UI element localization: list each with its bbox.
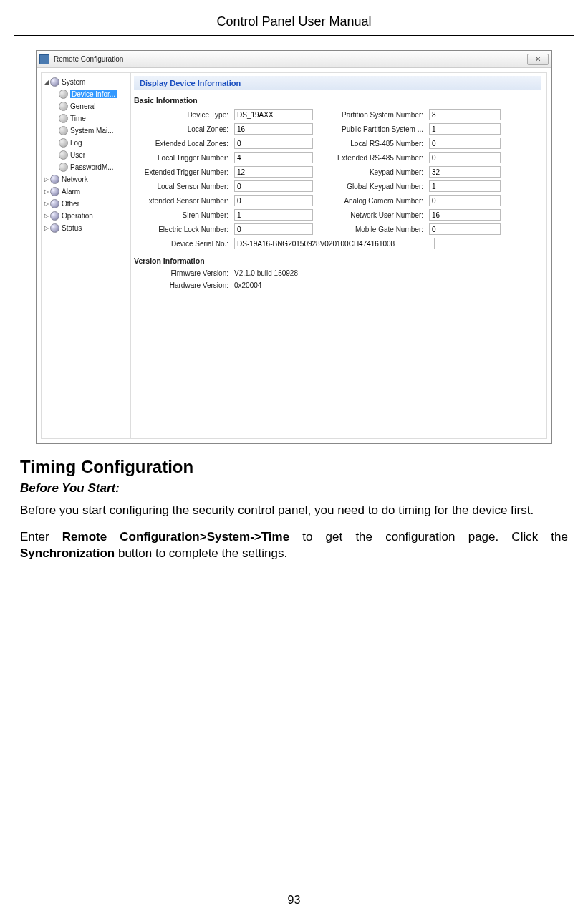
- expand-icon: ▷: [43, 188, 50, 195]
- label-pub-partition: Public Partition System ...: [317, 125, 425, 133]
- heading-before-start: Before You Start:: [20, 481, 568, 496]
- tree-node-user[interactable]: User: [43, 149, 129, 161]
- paragraph-1: Before you start configuring the securit…: [20, 503, 568, 519]
- input-ext-trigger[interactable]: [234, 166, 313, 178]
- expand-icon: ▷: [43, 201, 50, 207]
- globe-icon: [50, 175, 59, 184]
- gear-icon: [59, 138, 68, 148]
- input-ext-rs485[interactable]: [429, 152, 501, 163]
- text-fragment: Enter: [20, 530, 62, 544]
- window-titlebar: Remote Configuration ✕: [37, 51, 551, 68]
- collapse-icon: ◢: [43, 79, 50, 85]
- input-device-type[interactable]: [234, 109, 313, 120]
- input-local-trigger[interactable]: [234, 152, 313, 163]
- globe-icon: [50, 187, 59, 196]
- label-partition: Partition System Number:: [317, 111, 425, 119]
- paragraph-2: Enter Remote Configuration>System->Time …: [20, 529, 568, 562]
- tree-label: General: [70, 102, 96, 110]
- remote-config-window: Remote Configuration ✕ ◢ System Device I…: [36, 50, 552, 444]
- input-keypad[interactable]: [429, 166, 501, 178]
- app-icon: [39, 54, 49, 64]
- tree-label: Network: [62, 175, 88, 183]
- version-info-heading: Version Information: [134, 256, 541, 265]
- input-mobile-gate[interactable]: [429, 223, 501, 235]
- close-button[interactable]: ✕: [527, 54, 549, 65]
- window-body: ◢ System Device Infor... General Time Sy…: [37, 68, 551, 443]
- tree-label: PasswordM...: [70, 163, 114, 171]
- tree-node-time[interactable]: Time: [43, 112, 129, 125]
- version-info-grid: Firmware Version: V2.1.0 build 150928 Ha…: [137, 269, 541, 289]
- input-pub-partition[interactable]: [429, 123, 501, 135]
- label-local-trigger: Local Trigger Number:: [137, 154, 230, 162]
- label-siren: Siren Number:: [137, 211, 230, 219]
- label-local-sensor: Local Sensor Number:: [137, 183, 230, 191]
- label-ext-local-zones: Extended Local Zones:: [137, 140, 230, 148]
- tree-node-network[interactable]: ▷ Network: [43, 173, 129, 185]
- tree-label: Log: [70, 139, 82, 147]
- basic-info-grid: Device Type: Partition System Number: Lo…: [137, 109, 541, 235]
- gear-icon: [59, 102, 68, 111]
- tree-label: Status: [62, 224, 82, 232]
- tree-label: System: [62, 78, 85, 86]
- tree-label: Operation: [62, 212, 93, 220]
- label-firmware: Firmware Version:: [137, 269, 230, 277]
- tree-label: Other: [62, 200, 79, 208]
- tree-node-operation[interactable]: ▷ Operation: [43, 210, 129, 222]
- label-net-user: Network User Number:: [317, 211, 425, 219]
- gear-icon: [59, 114, 68, 123]
- page-header: Control Panel User Manual: [14, 0, 574, 36]
- nav-tree: ◢ System Device Infor... General Time Sy…: [41, 72, 131, 439]
- section-banner: Display Device Information: [134, 76, 541, 90]
- tree-node-other[interactable]: ▷ Other: [43, 198, 129, 210]
- input-serial[interactable]: [234, 238, 435, 249]
- expand-icon: ▷: [43, 213, 50, 219]
- tree-label: Time: [70, 115, 86, 122]
- tree-node-alarm[interactable]: ▷ Alarm: [43, 185, 129, 198]
- tree-node-general[interactable]: General: [43, 100, 129, 112]
- window-title: Remote Configuration: [54, 55, 123, 63]
- label-local-zones: Local Zones:: [137, 125, 230, 133]
- input-partition[interactable]: [429, 109, 501, 120]
- label-keypad: Keypad Number:: [317, 168, 425, 176]
- label-mobile-gate: Mobile Gate Number:: [317, 226, 425, 233]
- tree-node-system-maintenance[interactable]: System Mai...: [43, 125, 129, 137]
- label-elock: Electric Lock Number:: [137, 226, 230, 233]
- globe-icon: [50, 211, 59, 221]
- label-analog-cam: Analog Camera Number:: [317, 197, 425, 205]
- label-device-type: Device Type:: [137, 111, 230, 119]
- tree-node-password[interactable]: PasswordM...: [43, 161, 129, 173]
- basic-info-heading: Basic Information: [134, 96, 541, 105]
- tree-node-log[interactable]: Log: [43, 137, 129, 149]
- expand-icon: ▷: [43, 225, 50, 231]
- label-local-rs485: Local RS-485 Number:: [317, 140, 425, 148]
- input-elock[interactable]: [234, 223, 313, 235]
- tree-node-device-info[interactable]: Device Infor...: [43, 88, 129, 100]
- gear-icon: [59, 126, 68, 135]
- page-footer: 93: [14, 889, 574, 907]
- tree-node-system[interactable]: ◢ System: [43, 76, 129, 88]
- input-local-rs485[interactable]: [429, 138, 501, 149]
- heading-timing-config: Timing Configuration: [20, 457, 568, 477]
- input-siren[interactable]: [234, 209, 313, 221]
- input-analog-cam[interactable]: [429, 195, 501, 206]
- tree-label: Alarm: [62, 188, 80, 196]
- globe-icon: [50, 223, 59, 233]
- text-bold-path: Remote Configuration>System->Time: [62, 530, 289, 544]
- value-hardware: 0x20004: [234, 281, 541, 289]
- label-hardware: Hardware Version:: [137, 281, 230, 289]
- gear-icon: [59, 163, 68, 172]
- input-net-user[interactable]: [429, 209, 501, 221]
- input-ext-local-zones[interactable]: [234, 138, 313, 149]
- gear-icon: [59, 90, 68, 99]
- document-body: Timing Configuration Before You Start: B…: [20, 457, 568, 562]
- label-global-keypad: Global Keypad Number:: [317, 183, 425, 191]
- tree-label: Device Infor...: [70, 90, 117, 98]
- input-global-keypad[interactable]: [429, 180, 501, 192]
- input-ext-sensor[interactable]: [234, 195, 313, 206]
- text-fragment: button to complete the settings.: [115, 546, 287, 560]
- input-local-zones[interactable]: [234, 123, 313, 135]
- tree-node-status[interactable]: ▷ Status: [43, 222, 129, 234]
- expand-icon: ▷: [43, 176, 50, 183]
- input-local-sensor[interactable]: [234, 180, 313, 192]
- tree-label: User: [70, 151, 85, 159]
